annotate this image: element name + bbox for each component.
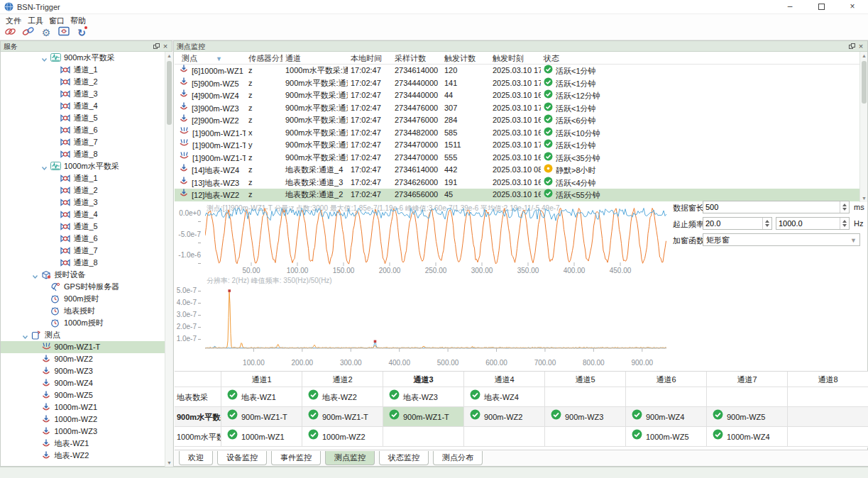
grid-cell-empty[interactable] (787, 387, 868, 406)
freq-from-spinbox[interactable] (703, 217, 772, 230)
grid-cell-地表-WZ3[interactable]: 地表-WZ3 (383, 387, 463, 406)
table-row-[12]地表-WZ2-z[interactable]: [12]地表-WZ2z地表数采:通道_217:02:47273465600045… (175, 189, 859, 201)
column-header-触发时刻[interactable]: 触发时刻 (490, 52, 541, 64)
tree-item-地表授时[interactable]: 地表授时 (1, 305, 165, 317)
tree-item-通道_2[interactable]: 通道_2 (1, 184, 165, 196)
grid-cell-empty[interactable] (787, 427, 868, 446)
tree-item-1000m授时[interactable]: 1000m授时 (1, 317, 165, 329)
tree-item-900m-WZ1-T[interactable]: 900m-WZ1-T (1, 341, 165, 353)
table-row-[13]地表-WZ3-z[interactable]: [13]地表-WZ3z地表数采:通道_317:02:47273462600019… (175, 177, 859, 189)
freq-to-input[interactable] (776, 218, 839, 229)
tree-item-测点[interactable]: 测点 (1, 329, 165, 341)
window-length-input[interactable] (703, 201, 839, 213)
grid-column-通道1[interactable]: 通道1 (221, 372, 302, 387)
spin-down-icon[interactable] (842, 208, 847, 211)
maximize-button[interactable] (806, 0, 837, 14)
column-header-采样计数[interactable]: 采样计数 (392, 52, 441, 64)
grid-cell-900m-WZ1-T[interactable]: 900m-WZ1-T (383, 407, 463, 426)
scroll-up-icon[interactable]: ▲ (165, 52, 173, 60)
grid-column-通道7[interactable]: 通道7 (706, 372, 787, 387)
grid-column-通道5[interactable]: 通道5 (544, 372, 625, 387)
grid-cell-1000m-WZ4[interactable]: 1000m-WZ4 (706, 427, 787, 446)
grid-cell-地表-WZ2[interactable]: 地表-WZ2 (302, 387, 383, 406)
grid-column-通道8[interactable]: 通道8 (787, 372, 868, 387)
tree-scrollbar[interactable]: ▲ ▼ (165, 52, 172, 467)
column-header-触发计数[interactable]: 触发计数 (441, 52, 490, 64)
spin-up-icon[interactable] (765, 220, 769, 223)
close-panel-icon[interactable]: × (161, 42, 170, 50)
table-row-[1]900m-WZ1-T-y[interactable]: [1]900m-WZ1-Ty900m水平数采:通道_217:02:4727344… (175, 139, 859, 152)
tree-item-900m-WZ4[interactable]: 900m-WZ4 (1, 377, 165, 389)
tree-item-通道_6[interactable]: 通道_6 (1, 124, 165, 136)
table-row-[3]900m-WZ3-z[interactable]: [3]900m-WZ3z900m水平数采:通道_517:02:472734476… (175, 102, 859, 115)
spin-down-icon[interactable] (765, 224, 769, 227)
spin-up-icon[interactable] (842, 220, 847, 223)
tree-item-900m-WZ3[interactable]: 900m-WZ3 (1, 365, 165, 377)
minimize-button[interactable]: – (774, 0, 806, 14)
tree-item-900m-WZ2[interactable]: 900m-WZ2 (1, 353, 165, 365)
column-header-传感器分量[interactable]: 传感器分量 (246, 52, 282, 64)
tree-item-地表-WZ1[interactable]: 地表-WZ1 (1, 438, 165, 450)
scroll-up-icon[interactable]: ▲ (860, 52, 868, 60)
tree-item-通道_5[interactable]: 通道_5 (1, 221, 165, 233)
menu-window[interactable]: 窗口 (47, 16, 67, 26)
tree-item-1000m水平数采[interactable]: 1000m水平数采 (1, 160, 165, 172)
table-row-[2]900m-WZ2-z[interactable]: [2]900m-WZ2z900m水平数采:通道_417:02:472734476… (175, 114, 859, 127)
freq-from-input[interactable] (703, 218, 762, 229)
close-button[interactable]: × (837, 0, 868, 14)
grid-cell-地表-WZ1[interactable]: 地表-WZ1 (221, 387, 302, 406)
tab-欢迎[interactable]: 欢迎 (179, 451, 213, 465)
grid-cell-900m-WZ3[interactable]: 900m-WZ3 (544, 407, 625, 426)
tree-item-1000m-WZ1[interactable]: 1000m-WZ1 (1, 401, 165, 413)
grid-cell-地表-WZ4[interactable]: 地表-WZ4 (463, 387, 544, 406)
tree-item-通道_8[interactable]: 通道_8 (1, 257, 165, 269)
grid-cell-1000m-WZ1[interactable]: 1000m-WZ1 (221, 427, 302, 446)
grid-cell-empty[interactable] (544, 387, 625, 406)
freq-to-spinbox[interactable] (776, 217, 850, 230)
grid-cell-empty[interactable] (787, 407, 868, 426)
column-header-状态[interactable]: 状态 (541, 52, 859, 64)
filter-chevron-icon[interactable]: ▼ (216, 55, 222, 62)
tree-item-地表-WZ2[interactable]: 地表-WZ2 (1, 450, 165, 462)
table-row-[14]地表-WZ4-z[interactable]: [14]地表-WZ4z地表数采:通道_417:02:47273461400044… (175, 164, 859, 177)
spin-down-icon[interactable] (842, 224, 847, 227)
grid-cell-900m-WZ1-T[interactable]: 900m-WZ1-T (221, 407, 302, 426)
table-row-[1]900m-WZ1-T-z[interactable]: [1]900m-WZ1-Tz900m水平数采:通道_317:02:4727344… (175, 152, 859, 165)
settings-gear-icon[interactable]: ⚙ (38, 26, 54, 40)
tree-item-900m水平数采[interactable]: 900m水平数采 (1, 52, 165, 64)
grid-cell-1000m-WZ2[interactable]: 1000m-WZ2 (302, 427, 383, 446)
tab-测点分布[interactable]: 测点分布 (433, 451, 483, 465)
column-header-本地时间[interactable]: 本地时间 (348, 52, 392, 64)
tree-item-通道_4[interactable]: 通道_4 (1, 209, 165, 221)
tree-item-通道_1[interactable]: 通道_1 (1, 172, 165, 184)
tab-测点监控[interactable]: 测点监控 (325, 451, 375, 465)
grid-cell-900m-WZ1-T[interactable]: 900m-WZ1-T (302, 407, 383, 426)
table-row-[5]900m-WZ5-z[interactable]: [5]900m-WZ5z900m水平数采:通道_717:02:472734440… (175, 77, 859, 90)
tree-item-900m授时[interactable]: 900m授时 (1, 293, 165, 305)
grid-cell-900m-WZ4[interactable]: 900m-WZ4 (625, 407, 706, 426)
tab-设备监控[interactable]: 设备监控 (217, 451, 267, 465)
table-row-[1]900m-WZ1-T-x[interactable]: [1]900m-WZ1-Tx900m水平数采:通道_117:02:4727344… (175, 127, 859, 140)
grid-cell-empty[interactable] (625, 387, 706, 406)
scroll-down-icon[interactable]: ▼ (860, 194, 868, 202)
menu-file[interactable]: 文件 (4, 16, 23, 26)
grid-cell-900m-WZ5[interactable]: 900m-WZ5 (706, 407, 787, 426)
window-fn-combobox[interactable]: 矩形窗 ▼ (703, 233, 860, 246)
table-row-[6]1000m-WZ1-z[interactable]: [6]1000m-WZ1z1000m水平数采:通道_117:02:4727346… (175, 65, 859, 77)
float-panel-icon[interactable] (847, 42, 856, 50)
grid-cell-empty[interactable] (544, 427, 625, 446)
monitor-window-icon[interactable] (56, 26, 72, 40)
spin-up-icon[interactable] (842, 204, 847, 206)
grid-cell-empty[interactable] (383, 427, 463, 446)
close-panel-icon[interactable]: × (857, 42, 865, 50)
window-length-spinbox[interactable] (703, 201, 850, 213)
column-header-通道[interactable]: 通道 (282, 52, 348, 64)
connect-icon[interactable] (2, 26, 18, 40)
grid-column-通道3[interactable]: 通道3 (383, 372, 463, 387)
tab-事件监控[interactable]: 事件监控 (271, 451, 321, 465)
grid-column-通道4[interactable]: 通道4 (463, 372, 544, 387)
grid-cell-empty[interactable] (463, 427, 544, 446)
tree-item-1000m-WZ3[interactable]: 1000m-WZ3 (1, 426, 165, 438)
float-panel-icon[interactable] (152, 42, 160, 50)
tree-item-通道_6[interactable]: 通道_6 (1, 233, 165, 245)
